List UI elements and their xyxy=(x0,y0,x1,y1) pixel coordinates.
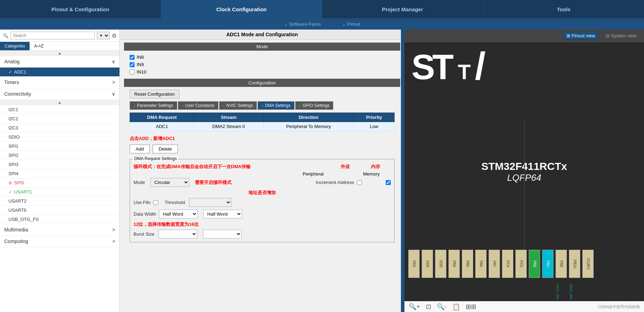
pin-vdd[interactable]: VDD xyxy=(434,250,447,280)
sidebar-item-i2c3[interactable]: I2C3 xyxy=(0,123,119,133)
pin-pb10-box: PB10 xyxy=(569,250,580,278)
pin-pa5[interactable]: PA5 xyxy=(461,250,474,280)
burst-size-select-peripheral[interactable] xyxy=(159,230,197,238)
pin-strip: PA3 VSS VDD PA4 PA5 PA6 PA7 xyxy=(404,250,644,280)
gear-icon[interactable]: ⚙ xyxy=(112,32,117,39)
pin-pa4[interactable]: PA4 xyxy=(447,250,461,280)
pin-pa6[interactable]: PA6 xyxy=(474,250,488,280)
category-timers[interactable]: Timers > xyxy=(0,77,119,88)
center-wrapper: ADC1 Mode and Configuration Mode IN8 IN9… xyxy=(120,30,404,312)
annotation-peripheral-label: 外设 xyxy=(341,164,350,170)
pin-pb2[interactable]: PB2 xyxy=(555,250,568,280)
sidebar-item-sdio[interactable]: SDIO xyxy=(0,133,119,142)
tab-nvic-settings[interactable]: ● NVIC Settings xyxy=(219,101,257,110)
sidebar-item-spi4[interactable]: SPI4 xyxy=(0,169,119,178)
category-multimedia[interactable]: Multimedia > xyxy=(0,224,119,236)
second-nav: ⌄ Software Packs ⌄ Pinout xyxy=(0,18,644,30)
pinout-view-tab[interactable]: ⊞ Pinout view xyxy=(563,32,598,40)
pin-pb1[interactable]: PB1 xyxy=(541,250,555,280)
nav-tools[interactable]: Tools xyxy=(483,0,644,18)
pin-vdd-box: VDD xyxy=(435,250,446,278)
export-icon[interactable]: 📋 xyxy=(452,303,460,311)
checkbox-in10[interactable] xyxy=(130,70,135,75)
checkbox-in9-row: IN9 xyxy=(130,61,395,68)
data-width-select-memory[interactable]: Half Word xyxy=(203,210,242,218)
data-width-select-peripheral[interactable]: Half Word xyxy=(159,210,198,218)
mode-row: Mode Circular 需要开启循环模式 Increment Address xyxy=(134,178,391,187)
sidebar-item-i2c2[interactable]: I2C2 xyxy=(0,114,119,123)
burst-size-row: Burst Size xyxy=(134,230,391,238)
sidebar-item-usb-otg[interactable]: USB_OTG_FS xyxy=(0,215,119,224)
table-row[interactable]: ADC1 DMA2 Stream 0 Peripheral To Memory … xyxy=(130,122,395,131)
pinout-nav[interactable]: ⌄ Pinout xyxy=(342,21,360,27)
delete-button[interactable]: Delete xyxy=(153,145,178,153)
system-view-tab[interactable]: ⊟ System view xyxy=(602,32,640,40)
fit-icon[interactable]: ⊡ xyxy=(426,303,431,311)
pin-pc4-box: PC4 xyxy=(502,250,513,278)
pin-pc4[interactable]: PC4 xyxy=(501,250,514,280)
sidebar-item-spi1[interactable]: SPI1 xyxy=(0,142,119,151)
use-fifo-checkbox[interactable] xyxy=(153,200,158,205)
settings-icon[interactable]: ⊞⊞ xyxy=(466,303,476,311)
software-packs-nav[interactable]: ⌄ Software Packs xyxy=(284,21,321,27)
tab-dma-settings[interactable]: ● DMA Settings xyxy=(258,101,295,110)
tab-az[interactable]: A->Z xyxy=(30,42,48,50)
pin-pa7[interactable]: PA7 xyxy=(488,250,501,280)
pin-vss[interactable]: VSS xyxy=(421,250,434,280)
sidebar-item-spi5[interactable]: ⊘ SPI5 xyxy=(0,178,119,187)
tab-gpio-settings[interactable]: ● GPIO Settings xyxy=(295,101,334,110)
mode-content: IN8 IN9 IN10 xyxy=(124,51,400,79)
mode-select[interactable]: Circular xyxy=(150,178,189,187)
reset-config-button[interactable]: Reset Configuration xyxy=(130,90,179,98)
category-analog[interactable]: Analog ∨ xyxy=(0,56,119,68)
tab-user-constants[interactable]: ● User Constants xyxy=(178,101,218,110)
scroll-bar[interactable] xyxy=(401,30,404,312)
pin-pb10[interactable]: PB10 xyxy=(568,250,581,280)
category-connectivity[interactable]: Connectivity ∨ xyxy=(0,88,119,100)
pin-pc5-box: PC5 xyxy=(515,250,527,278)
sidebar: 🔍 ▾ ⚙ Categories A->Z ▲ Analog ∨ ✓ xyxy=(0,30,120,312)
burst-size-select-memory[interactable] xyxy=(203,230,242,238)
tab-parameter-settings[interactable]: ● Parameter Settings xyxy=(130,101,177,110)
annotation-memory-label: 内存 xyxy=(371,164,380,170)
sidebar-item-spi3[interactable]: SPI3 xyxy=(0,160,119,169)
sidebar-item-spi2[interactable]: SPI2 xyxy=(0,151,119,160)
memory-header: Memory xyxy=(355,171,387,177)
st-logo: ST T / xyxy=(411,49,483,82)
zoom-in-icon[interactable]: 🔍+ xyxy=(409,303,420,311)
zoom-out-icon[interactable]: 🔍- xyxy=(437,303,447,311)
pin-pc5[interactable]: PC5 xyxy=(514,250,528,280)
spi5-disabled-icon: ⊘ xyxy=(8,180,12,185)
sidebar-item-usart2[interactable]: USART2 xyxy=(0,197,119,206)
scroll-down-arrow[interactable]: ▲ xyxy=(0,100,119,105)
category-computing[interactable]: Computing > xyxy=(0,236,119,247)
sidebar-item-usart6[interactable]: USART6 xyxy=(0,206,119,215)
pin-pb0[interactable]: PB0 xyxy=(528,250,541,280)
memory-increment-checkbox[interactable] xyxy=(386,180,391,185)
nav-project[interactable]: Project Manager xyxy=(322,0,483,18)
search-input[interactable] xyxy=(11,32,95,39)
checkbox-in8[interactable] xyxy=(130,55,135,60)
peripheral-increment-checkbox[interactable] xyxy=(357,180,362,185)
tab-categories[interactable]: Categories xyxy=(0,42,30,50)
pin-func-pa7 xyxy=(511,282,524,301)
cell-stream: DMA2 Stream 0 xyxy=(194,122,264,131)
gpio-check-icon: ● xyxy=(299,104,301,108)
sidebar-item-i2c1[interactable]: I2C1 xyxy=(0,105,119,114)
pin-pa4-box: PA4 xyxy=(448,250,460,278)
search-dropdown[interactable]: ▾ xyxy=(97,32,110,39)
nav-clock[interactable]: Clock Configuration xyxy=(161,0,322,18)
sidebar-item-usart1[interactable]: ✓ USART1 xyxy=(0,187,119,197)
scroll-up-arrow[interactable]: ▲ xyxy=(0,51,119,56)
checkbox-in9[interactable] xyxy=(130,62,135,67)
sidebar-item-adc1[interactable]: ✓ ADC1 xyxy=(0,68,119,77)
pin-pa3[interactable]: PA3 xyxy=(407,250,421,280)
add-button[interactable]: Add xyxy=(130,145,150,153)
pin-func-vcap1 xyxy=(605,282,618,301)
config-content: Reset Configuration ● Parameter Settings… xyxy=(124,87,400,245)
sidebar-tabs: Categories A->Z xyxy=(0,42,119,51)
threshold-select[interactable] xyxy=(189,198,231,207)
nav-pinout[interactable]: Pinout & Configuration xyxy=(0,0,161,18)
pin-func-pb0: ADC1_IN8 xyxy=(551,282,564,301)
pin-vcap1[interactable]: VCAP1 xyxy=(581,250,595,280)
